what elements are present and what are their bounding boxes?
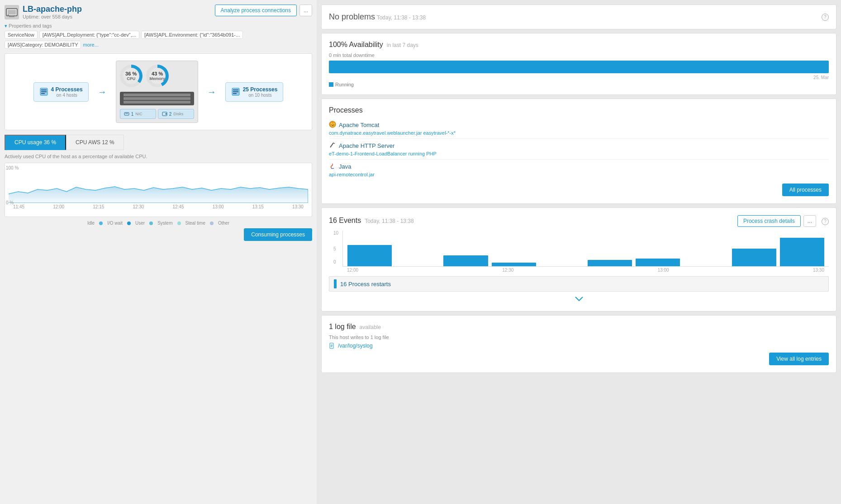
right-panel: No problems Today, 11:38 - 13:38 ? 100% … [317, 0, 841, 504]
process-restarts-row[interactable]: 16 Process restarts [329, 276, 829, 292]
svg-rect-8 [41, 93, 45, 94]
host-name: LB-apache-php [23, 5, 82, 14]
properties-section: ▾ Properties and tags ServiceNow [AWS]AP… [5, 23, 312, 49]
availability-legend: Running [329, 82, 829, 87]
availability-bar-container [329, 61, 829, 73]
host-more-button[interactable]: ... [299, 5, 312, 16]
events-info-icon[interactable]: ? [822, 218, 829, 225]
svg-rect-15 [233, 91, 238, 92]
topo-sub-row: 1NIC 2Disks [120, 109, 194, 119]
tag-servicenow: ServiceNow [5, 31, 38, 39]
availability-title: 100% Availability [329, 41, 383, 49]
legend-user-dot [127, 221, 131, 225]
no-problems-title: No problems [329, 12, 375, 21]
no-problems-card: No problems Today, 11:38 - 13:38 ? [321, 5, 836, 29]
processes-title: Processes [329, 106, 363, 114]
log-files-card: 1 log file available This host writes to… [321, 315, 836, 373]
consuming-processes-button[interactable]: Consuming processes [244, 228, 312, 241]
event-bar-4 [492, 263, 536, 266]
events-header: 16 Events Today, 11:38 - 13:38 Process c… [329, 215, 829, 227]
events-subtitle: Today, 11:38 - 13:38 [365, 218, 414, 224]
restarts-label: 16 Process restarts [340, 281, 391, 287]
events-bars-container [342, 231, 829, 267]
no-problems-info-icon[interactable]: ? [822, 14, 829, 21]
chart-y-top: 100 % [6, 165, 19, 170]
process-item-java: Java api-remotecontrol.jar [329, 160, 829, 180]
view-log-btn-area: View all log entries [329, 353, 829, 365]
properties-toggle[interactable]: ▾ [5, 23, 9, 28]
topo-arrow-right: → [207, 87, 216, 97]
event-bar-3 [443, 255, 488, 266]
tag-deployment: [AWS]APL.Deployment: {"type":"cc-dev",..… [39, 31, 139, 39]
process-list: 🐱 Apache Tomcat com.dynatrace.easytravel… [329, 118, 829, 180]
header-actions: Analyze process connections ... [215, 5, 312, 16]
cpu-aws-tab[interactable]: CPU AWS 12 % [66, 135, 124, 150]
logs-subtitle: available [360, 324, 381, 330]
svg-rect-1 [8, 10, 16, 14]
events-more-button[interactable]: ... [803, 215, 816, 227]
topo-arrow-left: → [98, 87, 107, 97]
topo-left-node[interactable]: 4 Processes on 4 hosts [33, 82, 89, 102]
processes-header: Processes [329, 106, 829, 114]
events-chevron-down[interactable] [329, 294, 829, 304]
process-name-tomcat[interactable]: 🐱 Apache Tomcat [329, 121, 829, 129]
all-processes-button[interactable]: All processes [782, 184, 829, 196]
svg-text:🐱: 🐱 [330, 122, 336, 127]
events-actions: Process crash details ... [737, 215, 816, 227]
cpu-usage-tab[interactable]: CPU usage 36 % [5, 135, 66, 150]
analyze-connections-button[interactable]: Analyze process connections [215, 5, 297, 16]
svg-line-20 [333, 143, 335, 144]
all-processes-btn-area: All processes [329, 184, 829, 196]
svg-rect-6 [41, 89, 47, 90]
log-path: /var/log/syslog [338, 343, 373, 349]
process-crash-details-button[interactable]: Process crash details [737, 215, 801, 227]
legend-system: System [157, 221, 172, 226]
svg-rect-9 [124, 113, 129, 115]
legend-idle: Idle [87, 221, 95, 226]
host-icon [5, 5, 19, 19]
event-bar-7 [636, 259, 680, 266]
properties-label: ▾ Properties and tags [5, 23, 312, 29]
topo-center-node: 36 %CPU 43 %Memory 1NIC [116, 61, 198, 123]
disks-box: 2Disks [158, 109, 194, 119]
legend-steal: Steal time [185, 221, 205, 226]
cpu-chart-area: 100 % 0 % 11:45 12:00 12:15 12:30 12:45 … [5, 163, 312, 217]
legend-user: User [135, 221, 145, 226]
tags-more-link[interactable]: more... [83, 42, 98, 47]
availability-bar [329, 61, 829, 73]
logs-header: 1 log file available [329, 323, 829, 331]
event-bar-6 [588, 260, 632, 266]
no-problems-content: No problems Today, 11:38 - 13:38 [329, 12, 426, 22]
chart-legend: Idle I/O wait User System Steal time Oth… [5, 221, 312, 226]
cpu-description: Actively used CPU of the host as a perce… [5, 154, 312, 159]
process-name-java[interactable]: Java [329, 162, 829, 171]
event-bar-9 [732, 249, 776, 267]
avail-legend-square [329, 82, 333, 87]
legend-io-dot [99, 221, 103, 225]
events-x-labels: 12:00 12:30 13:00 13:30 [342, 267, 829, 273]
process-name-apache[interactable]: Apache HTTP Server [329, 141, 829, 150]
process-item-apache: Apache HTTP Server eT-demo-1-Frontend-Lo… [329, 139, 829, 160]
topo-right-node[interactable]: 25 Processes on 10 hosts [225, 82, 284, 102]
view-all-log-entries-button[interactable]: View all log entries [769, 353, 829, 365]
apache-icon [329, 141, 336, 150]
svg-rect-16 [233, 93, 237, 94]
events-y-top: 10 [333, 231, 338, 236]
svg-point-12 [165, 113, 166, 115]
host-header: LB-apache-php Uptime: over 558 days Anal… [5, 5, 312, 19]
tag-environment: [AWS]APL.Environment: {"id":"3654b091-..… [141, 31, 243, 39]
log-path-item[interactable]: /var/log/syslog [329, 343, 829, 349]
svg-rect-7 [41, 91, 47, 92]
events-y-mid: 5 [333, 246, 336, 251]
event-bar-1 [347, 245, 392, 266]
logs-title: 1 log file [329, 323, 356, 331]
topology-area: 4 Processes on 4 hosts → 36 %CPU 43 %Mem… [5, 53, 312, 130]
availability-downtime: 0 min total downtime [329, 52, 829, 58]
chart-y-bottom: 0 % [6, 200, 14, 205]
processes-card: Processes 🐱 Apache Tomcat com.dynatrace.… [321, 99, 836, 204]
cpu-tabs: CPU usage 36 % CPU AWS 12 % [5, 135, 312, 150]
nic-box: 1NIC [120, 109, 156, 119]
process-sub-tomcat: com.dynatrace.easytravel.weblauncher.jar… [329, 130, 829, 136]
event-bar-10 [780, 238, 824, 266]
restart-bar-icon [334, 279, 337, 288]
